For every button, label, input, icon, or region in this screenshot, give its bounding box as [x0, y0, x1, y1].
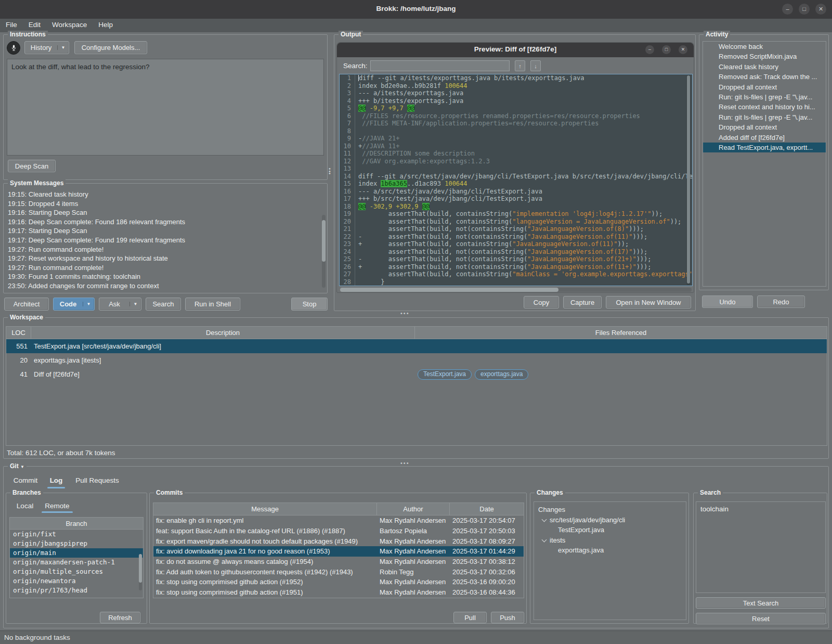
branch-item[interactable]: origin/pr/1763/head: [10, 586, 143, 595]
close-icon[interactable]: ✕: [815, 4, 826, 15]
activity-item[interactable]: Removed ask: Track down the ...: [703, 72, 826, 82]
history-button[interactable]: History ▼: [24, 41, 69, 54]
vertical-splitter-handle[interactable]: •••: [329, 168, 331, 175]
copy-button[interactable]: Copy: [524, 296, 559, 308]
column-header-author[interactable]: Author: [377, 503, 450, 515]
menu-help[interactable]: Help: [93, 19, 119, 29]
code-button[interactable]: Code ▼: [53, 298, 95, 311]
tab-local[interactable]: Local: [12, 500, 37, 512]
horizontal-splitter-handle[interactable]: •••: [400, 460, 410, 466]
branch-item[interactable]: origin/main: [10, 548, 143, 558]
column-header-description[interactable]: Description: [31, 327, 415, 339]
activity-item[interactable]: Cleared task history: [703, 62, 826, 72]
commit-row[interactable]: fix: avoid downloading java 21 for no go…: [153, 546, 524, 557]
column-header-date[interactable]: Date: [450, 503, 524, 515]
refresh-button[interactable]: Refresh: [100, 612, 140, 623]
system-message: 19:27: Run command complete!: [8, 263, 318, 273]
push-button[interactable]: Push: [491, 612, 524, 623]
branch-item[interactable]: origin/multiple_sources: [10, 567, 143, 576]
chevron-down-icon[interactable]: [542, 517, 547, 522]
pull-button[interactable]: Pull: [453, 612, 487, 623]
diff-search-input[interactable]: [370, 60, 510, 71]
ask-button[interactable]: Ask ▼: [99, 298, 141, 311]
diff-vertical-scrollbar[interactable]: [686, 75, 691, 285]
activity-item[interactable]: Dropped all context: [703, 82, 826, 92]
activity-item[interactable]: Removed ScriptMixin.java: [703, 51, 826, 61]
maximize-icon[interactable]: □: [799, 4, 810, 15]
chevron-down-icon[interactable]: ▼: [83, 302, 94, 306]
instructions-input[interactable]: Look at the diff, what lead to the regre…: [7, 59, 324, 156]
branch-list-scrollbar[interactable]: [139, 554, 142, 590]
redo-button[interactable]: Redo: [757, 295, 805, 308]
branch-item[interactable]: origin/newantora: [10, 576, 143, 586]
menu-edit[interactable]: Edit: [23, 19, 46, 29]
workspace-row[interactable]: 551 TestExport.java [src/test/java/dev/j…: [6, 339, 827, 353]
menu-file[interactable]: File: [0, 19, 23, 29]
changes-tree-item[interactable]: itests: [534, 535, 686, 546]
activity-item[interactable]: Reset context and history to hi...: [703, 102, 826, 112]
tab-commit[interactable]: Commit: [10, 475, 41, 487]
column-header-message[interactable]: Message: [153, 503, 377, 515]
git-search-input[interactable]: toolchain: [696, 501, 826, 593]
menu-workspace[interactable]: Workspace: [46, 19, 93, 29]
microphone-button[interactable]: [7, 41, 20, 55]
activity-item[interactable]: Welcome back: [703, 42, 826, 51]
activity-item[interactable]: Dropped all context: [703, 122, 826, 132]
stop-button[interactable]: Stop: [291, 298, 328, 311]
commit-row[interactable]: fix: enable gh cli in report.yml Max Ryd…: [153, 516, 524, 526]
search-up-button[interactable]: ↑: [515, 60, 525, 71]
chevron-down-icon[interactable]: [542, 537, 547, 542]
tab-remote[interactable]: Remote: [41, 500, 74, 512]
commit-row[interactable]: fix: do not assume @ always means catalo…: [153, 557, 524, 567]
configure-models-button[interactable]: Configure Models...: [74, 41, 147, 54]
branch-item[interactable]: origin/jbangspiprep: [10, 539, 143, 548]
minimize-icon[interactable]: –: [645, 45, 654, 54]
chevron-down-icon[interactable]: ▼: [129, 302, 141, 306]
search-action-button[interactable]: Search: [146, 298, 181, 311]
workspace-row[interactable]: 41 Diff of [f26fd7e] TestExport.javaexpo…: [6, 367, 827, 381]
architect-button[interactable]: Architect: [4, 298, 49, 311]
maximize-icon[interactable]: □: [662, 45, 671, 54]
open-in-new-window-button[interactable]: Open in New Window: [606, 296, 691, 308]
system-messages-scrollbar[interactable]: [322, 215, 326, 288]
column-header-loc[interactable]: LOC: [6, 327, 31, 339]
line-number: 4: [340, 97, 355, 105]
search-down-button[interactable]: ↓: [530, 60, 541, 71]
diff-horizontal-scrollbar[interactable]: [340, 288, 692, 292]
close-icon[interactable]: ✕: [679, 45, 687, 54]
run-in-shell-button[interactable]: Run in Shell: [185, 298, 240, 311]
diff-code-view[interactable]: 1diff --git a/itests/exporttags.java b/i…: [339, 74, 693, 286]
column-header-files-referenced[interactable]: Files Referenced: [415, 327, 827, 339]
changes-tree-item[interactable]: TestExport.java: [534, 525, 686, 535]
commit-row[interactable]: fix: stop using comprimised github actio…: [153, 577, 524, 587]
activity-item[interactable]: Run: git ls-files | grep -E "\.jav...: [703, 92, 826, 102]
capture-button[interactable]: Capture: [563, 296, 602, 308]
changes-tree-item[interactable]: src/test/java/dev/jbang/cli: [534, 515, 686, 525]
minimize-icon[interactable]: –: [782, 4, 793, 15]
file-reference-chip[interactable]: exporttags.java: [475, 369, 528, 380]
tab-pull-requests[interactable]: Pull Requests: [71, 475, 123, 487]
reset-button[interactable]: Reset: [696, 613, 826, 624]
undo-button[interactable]: Undo: [702, 295, 753, 308]
activity-item[interactable]: Read TestExport.java, exportt...: [703, 143, 826, 152]
column-header-branch[interactable]: Branch: [10, 518, 143, 529]
diff-line: 19 assertThat(build, containsString("imp…: [340, 210, 692, 218]
changes-tree-item[interactable]: Changes: [534, 505, 686, 515]
workspace-row-description: Diff of [f26fd7e]: [31, 370, 415, 378]
workspace-row[interactable]: 20 exporttags.java [itests]: [6, 353, 827, 367]
text-search-button[interactable]: Text Search: [696, 597, 826, 609]
branch-item[interactable]: origin/fixt: [10, 530, 143, 539]
commit-row[interactable]: fix: export maven/gradle should not touc…: [153, 536, 524, 546]
commit-row[interactable]: fix: stop using comprimised github actio…: [153, 587, 524, 598]
commit-row[interactable]: fix: Add auth token to githubusercontent…: [153, 566, 524, 577]
horizontal-splitter-handle[interactable]: •••: [400, 310, 410, 316]
changes-tree-item[interactable]: exporttags.java: [534, 545, 686, 556]
branch-item[interactable]: origin/maxandersen-patch-1: [10, 558, 143, 567]
commit-message: fix: Add auth token to githubusercontent…: [153, 568, 377, 576]
activity-item[interactable]: Added diff of [f26fd7e]: [703, 133, 826, 143]
commit-row[interactable]: feat: support Basic Auth in the catalog-…: [153, 526, 524, 536]
deep-scan-button[interactable]: Deep Scan: [8, 160, 56, 172]
file-reference-chip[interactable]: TestExport.java: [418, 369, 472, 380]
tab-log[interactable]: Log: [46, 475, 66, 487]
activity-item[interactable]: Run: git ls-files | grep -E "\.jav...: [703, 112, 826, 122]
